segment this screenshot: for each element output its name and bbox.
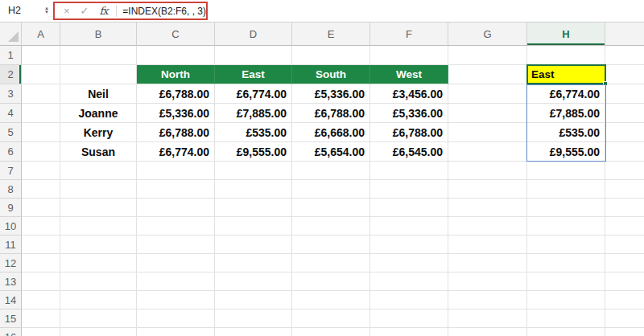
cell-f2-west-header[interactable]: West [370, 65, 448, 84]
cell-d4[interactable]: £7,885.00 [215, 104, 292, 123]
cell-c2-north-header[interactable]: North [137, 65, 215, 84]
cell-e4[interactable]: £6,788.00 [292, 104, 370, 123]
row-header-13[interactable]: 13 [0, 272, 22, 291]
formula-input[interactable]: =INDEX(B2:F6, , 3) [122, 6, 206, 17]
cancel-icon[interactable]: × [64, 6, 70, 16]
column-header-e[interactable]: E [292, 23, 370, 46]
cell-h3-spill[interactable]: £6,774.00 [527, 84, 605, 104]
cell-a3[interactable] [22, 84, 60, 104]
empty-cells[interactable] [22, 217, 644, 236]
empty-cells[interactable] [22, 309, 644, 328]
cell-g5[interactable] [448, 123, 527, 142]
row-header-10[interactable]: 10 [0, 217, 22, 236]
cell-e6[interactable]: £5,654.00 [292, 142, 370, 162]
cell-e2-south-header[interactable]: South [292, 65, 370, 84]
insert-function-icon[interactable]: fx [100, 5, 108, 17]
cell-g4[interactable] [448, 104, 527, 123]
cell-b3-name[interactable]: Neil [60, 84, 137, 104]
cell-g2[interactable] [448, 65, 527, 84]
row-8: 8 [0, 180, 644, 199]
column-header-c[interactable]: C [137, 23, 215, 46]
empty-cells[interactable] [22, 328, 644, 336]
cell-d3[interactable]: £6,774.00 [215, 84, 292, 104]
stepper-down-icon[interactable]: ▼ [44, 10, 49, 14]
row-header-7[interactable]: 7 [0, 162, 22, 180]
empty-cells[interactable] [22, 291, 644, 309]
cell-c6[interactable]: £6,774.00 [137, 142, 215, 162]
column-header-h-selected[interactable]: H [527, 23, 605, 46]
cell-e3[interactable]: £5,336.00 [292, 84, 370, 104]
row-3: 3 Neil £6,788.00 £6,774.00 £5,336.00 £3,… [0, 84, 644, 104]
enter-icon[interactable]: ✓ [80, 6, 89, 16]
row-header-3[interactable]: 3 [0, 84, 22, 104]
row-header-4[interactable]: 4 [0, 104, 22, 123]
row-header-15[interactable]: 15 [0, 309, 22, 328]
empty-cells[interactable] [22, 199, 644, 217]
cell-f6[interactable]: £6,545.00 [370, 142, 448, 162]
cell-f4[interactable]: £5,336.00 [370, 104, 448, 123]
row-header-8[interactable]: 8 [0, 180, 22, 199]
row-header-5[interactable]: 5 [0, 123, 22, 142]
cell-c4[interactable]: £5,336.00 [137, 104, 215, 123]
row-header-12[interactable]: 12 [0, 254, 22, 272]
row-12: 12 [0, 254, 644, 272]
cell-h4-spill[interactable]: £7,885.00 [527, 104, 605, 123]
empty-cells[interactable] [22, 272, 644, 291]
cell-b2[interactable] [60, 65, 137, 84]
cell-f5[interactable]: £6,788.00 [370, 123, 448, 142]
row-header-6[interactable]: 6 [0, 142, 22, 162]
cell-d6[interactable]: £9,555.00 [215, 142, 292, 162]
cell-d2-east-header[interactable]: East [215, 65, 292, 84]
empty-cells[interactable] [22, 236, 644, 254]
row-4: 4 Joanne £5,336.00 £7,885.00 £6,788.00 £… [0, 104, 644, 123]
cell-h2-active-result[interactable]: East [527, 65, 605, 84]
empty-cells[interactable] [22, 254, 644, 272]
spreadsheet-app: H2 ▲ ▼ × ✓ fx =INDEX(B2:F6, , 3) A B C D… [0, 0, 644, 336]
column-header-b[interactable]: B [60, 23, 137, 46]
empty-cells[interactable] [22, 162, 644, 180]
row-filler [605, 84, 644, 104]
row-header-16[interactable]: 16 [0, 328, 22, 336]
cell-h6-spill[interactable]: £9,555.00 [527, 142, 605, 162]
row-header-2-selected[interactable]: 2 [0, 65, 22, 84]
cell-e5[interactable]: £6,668.00 [292, 123, 370, 142]
row-1: 1 [0, 46, 644, 65]
empty-cells[interactable] [22, 46, 644, 65]
name-box-stepper[interactable]: ▲ ▼ [44, 6, 49, 14]
row-6: 6 Susan £6,774.00 £9,555.00 £5,654.00 £6… [0, 142, 644, 162]
cell-g6[interactable] [448, 142, 527, 162]
row-14: 14 [0, 291, 644, 309]
cell-f3[interactable]: £3,456.00 [370, 84, 448, 104]
row-header-14[interactable]: 14 [0, 291, 22, 309]
name-box[interactable]: H2 ▲ ▼ [0, 0, 53, 21]
row-2: 2 North East South West East [0, 65, 644, 84]
column-header-f[interactable]: F [370, 23, 448, 46]
row-11: 11 [0, 236, 644, 254]
column-header-g[interactable]: G [448, 23, 527, 46]
cell-h5-spill[interactable]: £535.00 [527, 123, 605, 142]
cell-a2[interactable] [22, 65, 60, 84]
row-filler [605, 104, 644, 123]
row-header-9[interactable]: 9 [0, 199, 22, 217]
empty-cells[interactable] [22, 180, 644, 199]
row-filler [605, 123, 644, 142]
cell-a6[interactable] [22, 142, 60, 162]
cell-b6-name[interactable]: Susan [60, 142, 137, 162]
cell-c3[interactable]: £6,788.00 [137, 84, 215, 104]
cell-d5[interactable]: £535.00 [215, 123, 292, 142]
cell-a4[interactable] [22, 104, 60, 123]
row-10: 10 [0, 217, 644, 236]
cell-a5[interactable] [22, 123, 60, 142]
cell-b4-name[interactable]: Joanne [60, 104, 137, 123]
select-all-triangle-icon [8, 31, 19, 42]
column-header-a[interactable]: A [22, 23, 60, 46]
column-header-d[interactable]: D [215, 23, 292, 46]
select-all-button[interactable] [0, 23, 22, 46]
cell-g3[interactable] [448, 84, 527, 104]
row-header-11[interactable]: 11 [0, 236, 22, 254]
row-filler [605, 142, 644, 162]
cell-b5-name[interactable]: Kerry [60, 123, 137, 142]
cell-c5[interactable]: £6,788.00 [137, 123, 215, 142]
row-16: 16 [0, 328, 644, 336]
row-header-1[interactable]: 1 [0, 46, 22, 65]
